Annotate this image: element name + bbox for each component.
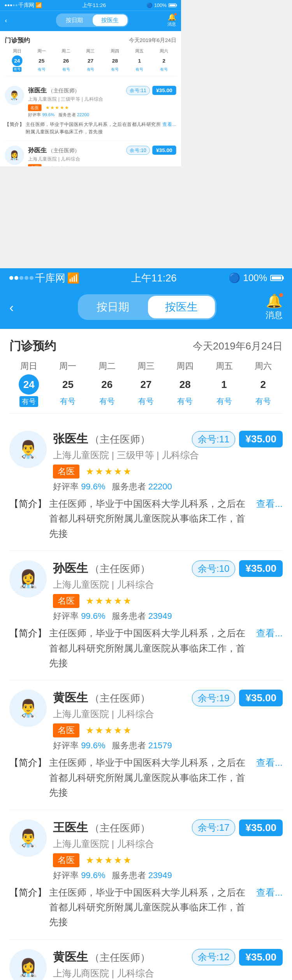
- calendar-day-s2-2[interactable]: 周二 26 有号: [88, 360, 127, 407]
- doctor-name-s2-1: 孙医生: [53, 562, 88, 575]
- date-header-2: 门诊预约 今天2019年6月24日: [9, 338, 283, 354]
- stars-s2-2: ★★★★★: [86, 725, 132, 736]
- day-circle-s2-5[interactable]: 1: [214, 374, 234, 395]
- famous-badge-0: 名医: [28, 104, 42, 111]
- doctor-title-s2-0: （主任医师）: [90, 433, 150, 445]
- day-circle-0[interactable]: 24: [12, 56, 22, 66]
- calendar-day-6[interactable]: 周六 2 有号: [152, 48, 176, 72]
- calendar-day-s2-6[interactable]: 周六 2 有号: [244, 360, 283, 407]
- day-circle-s2-1[interactable]: 25: [58, 374, 78, 395]
- doctor-name-s2-4: 黄医生: [53, 950, 88, 963]
- notification-button[interactable]: 🔔 消息: [167, 13, 176, 27]
- day-circle-s2-2[interactable]: 26: [97, 374, 117, 395]
- calendar-day-s2-0[interactable]: 周日 24 有号: [9, 360, 48, 407]
- day-name-s2-6: 周六: [255, 360, 272, 372]
- calendar-day-0[interactable]: 周日 24 有号: [5, 48, 29, 72]
- patients-label-0: 服务患者 22200: [58, 112, 89, 118]
- view-more-0[interactable]: 查看...: [162, 120, 176, 128]
- day-status-s2-3: 有号: [138, 396, 154, 407]
- day-name-s2-2: 周二: [99, 360, 116, 372]
- day-circle-6[interactable]: 2: [158, 56, 169, 66]
- notification-button-2[interactable]: 🔔 消息: [266, 293, 283, 321]
- doctor-card-s2-0[interactable]: 👨‍⚕️ 张医生 （主任医师） 余号:11 ¥35.00 上海儿童医院 | 三级…: [9, 421, 283, 551]
- day-status-0: 有号: [13, 67, 21, 72]
- tab-by-doctor-2[interactable]: 按医生: [148, 296, 215, 318]
- day-name-5: 周五: [135, 48, 144, 54]
- doctor-hospital-s2-4: 上海儿商医院 | 儿科综合: [53, 967, 283, 980]
- calendar-day-s2-4[interactable]: 周四 28 有号: [165, 360, 204, 407]
- calendar-day-3[interactable]: 周三 27 有号: [78, 48, 103, 72]
- doctor-card-1[interactable]: 👩‍⚕️ 孙医生 （主任医师） 余号:10 ¥35.00: [5, 141, 176, 166]
- nav-tabs: 按日期 按医生: [56, 13, 128, 27]
- day-circle-4[interactable]: 28: [110, 56, 120, 66]
- rating-label-s2-1: 好评率 99.6%: [53, 610, 106, 622]
- calendar-day-4[interactable]: 周四 28 有号: [103, 48, 127, 72]
- back-button[interactable]: ‹: [5, 16, 17, 24]
- calendar-day-2[interactable]: 周二 26 有号: [54, 48, 78, 72]
- day-circle-2[interactable]: 26: [61, 56, 71, 66]
- day-circle-s2-3[interactable]: 27: [136, 374, 156, 395]
- doctor-card-s2-4[interactable]: 👩‍⚕️ 黄医生 （主任医师） 余号:12 ¥35.00 上海儿商医院 | 儿科…: [9, 940, 283, 980]
- doctor-card-0[interactable]: 👨‍⚕️ 张医生 （主任医师） 余号:11 ¥35.00: [5, 81, 176, 141]
- price-badge-s2-4: ¥35.00: [239, 949, 283, 966]
- battery-icon-2: [270, 275, 283, 281]
- tab-by-date[interactable]: 按日期: [57, 14, 91, 26]
- battery-icon: [169, 3, 176, 7]
- day-name-3: 周三: [86, 48, 95, 54]
- calendar-day-1[interactable]: 周一 25 有号: [29, 48, 54, 72]
- doctor-name-s2-2: 黄医生: [53, 691, 88, 704]
- slot-badge-s2-4: 余号:12: [192, 949, 235, 965]
- day-circle-3[interactable]: 27: [85, 56, 96, 66]
- bell-icon-2: 🔔: [266, 293, 282, 309]
- today-date: 今天2019年6月24日: [129, 37, 176, 44]
- doctor-hospital-s2-3: 上海儿童医院 | 儿科综合: [53, 838, 283, 850]
- calendar-row-2: 周日 24 有号 周一 25 有号 周二 26 有号: [9, 360, 283, 414]
- doctor-intro-0: 【简介】 主任医师，毕业于中国医科大学儿科系，之后在首都儿科研究所附属儿童医院从…: [5, 120, 176, 136]
- bell-icon: 🔔: [168, 13, 176, 21]
- back-button-2[interactable]: ‹: [9, 300, 29, 315]
- famous-badge-s2-3: 名医: [53, 853, 79, 867]
- notification-label-2: 消息: [266, 309, 283, 321]
- slot-badge-s2-1: 余号:10: [192, 561, 235, 577]
- day-circle-5[interactable]: 1: [134, 56, 145, 66]
- slot-badge-1: 余号:10: [126, 146, 150, 155]
- doctor-card-s2-2[interactable]: 👨‍⚕️ 黄医生 （主任医师） 余号:19 ¥35.00 上海儿童医院 | 儿科…: [9, 680, 283, 810]
- stars-s2-0: ★★★★★: [86, 466, 132, 477]
- calendar-day-5[interactable]: 周五 1 有号: [127, 48, 152, 72]
- day-circle-s2-0[interactable]: 24: [19, 374, 39, 395]
- slot-badge-s2-3: 余号:17: [192, 819, 235, 836]
- day-name-s2-4: 周四: [176, 360, 193, 372]
- status-time-2: 上午11:26: [131, 271, 177, 285]
- day-circle-1[interactable]: 25: [36, 56, 47, 66]
- view-more-s2-3[interactable]: 查看...: [256, 885, 283, 900]
- day-circle-s2-6[interactable]: 2: [253, 374, 273, 395]
- battery-info-2: 🔵 100%: [229, 273, 283, 283]
- famous-badge-1: 名医: [28, 164, 42, 166]
- patients-label-s2-1: 服务患者 23949: [112, 610, 172, 622]
- doctor-hospital-s2-0: 上海儿童医院 | 三级甲等 | 儿科综合: [53, 449, 283, 461]
- day-status-4: 有号: [111, 67, 119, 72]
- view-more-s2-1[interactable]: 查看...: [256, 626, 283, 641]
- doctor-hospital-s2-2: 上海儿童医院 | 儿科综合: [53, 708, 283, 720]
- rating-label-s2-2: 好评率 99.6%: [53, 740, 106, 751]
- view-more-s2-2[interactable]: 查看...: [256, 755, 283, 770]
- calendar-day-s2-5[interactable]: 周五 1 有号: [204, 360, 243, 407]
- doctor-title-s2-3: （主任医师）: [90, 822, 150, 834]
- calendar-day-s2-3[interactable]: 周三 27 有号: [127, 360, 165, 407]
- view-more-s2-0[interactable]: 查看...: [256, 496, 283, 511]
- calendar-day-s2-1[interactable]: 周一 25 有号: [48, 360, 87, 407]
- doctor-card-s2-3[interactable]: 👨‍⚕️ 王医生 （主任医师） 余号:17 ¥35.00 上海儿童医院 | 儿科…: [9, 810, 283, 940]
- tab-by-date-2[interactable]: 按日期: [79, 296, 146, 318]
- day-status-2: 有号: [62, 67, 70, 72]
- day-status-s2-6: 有号: [255, 396, 271, 407]
- stars-1: ★★★★★: [46, 164, 70, 166]
- day-circle-s2-4[interactable]: 28: [175, 374, 195, 395]
- doctor-hospital-s2-1: 上海儿童医院 | 儿科综合: [53, 578, 283, 591]
- day-name-s2-5: 周五: [216, 360, 233, 372]
- doctor-intro-s2-3: 【简介】 主任医师，毕业于中国医科大学儿科系，之后在首都儿科研究所附属儿童医院从…: [9, 885, 283, 930]
- doctor-card-s2-1[interactable]: 👩‍⚕️ 孙医生 （主任医师） 余号:10 ¥35.00 上海儿童医院 | 儿科…: [9, 551, 283, 680]
- patients-label-s2-3: 服务患者 23949: [112, 870, 172, 881]
- day-status-3: 有号: [87, 67, 95, 72]
- doctor-title-1: （主任医师）: [48, 147, 80, 154]
- tab-by-doctor[interactable]: 按医生: [93, 14, 127, 26]
